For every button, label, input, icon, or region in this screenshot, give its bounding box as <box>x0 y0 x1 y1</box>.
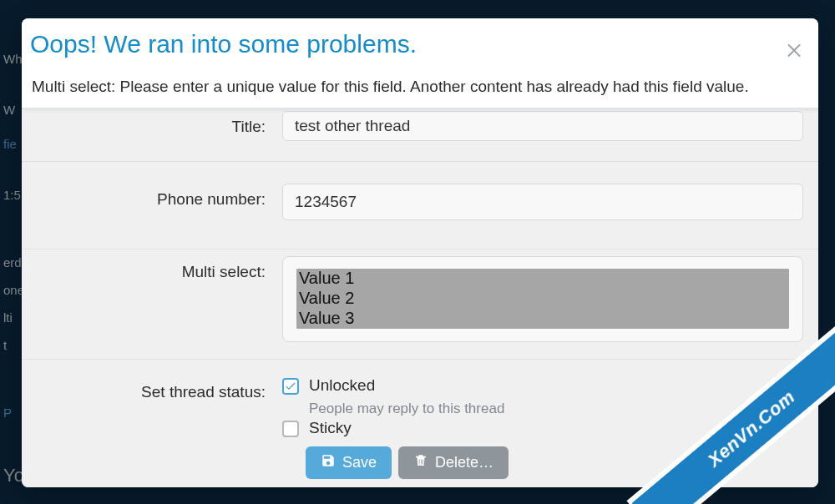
checkbox-icon <box>282 421 299 437</box>
modal-title: Oops! We ran into some problems. <box>22 18 818 67</box>
checkbox-unlocked[interactable]: Unlocked <box>282 376 803 395</box>
field-row-title: Title: <box>22 109 818 162</box>
check-icon <box>282 378 299 395</box>
phone-label: Phone number: <box>22 184 282 209</box>
title-input[interactable] <box>282 111 803 141</box>
checkbox-sticky[interactable]: Sticky <box>282 419 803 437</box>
unlocked-label: Unlocked <box>309 376 375 395</box>
close-icon[interactable] <box>782 37 807 62</box>
modal-header: Oops! We ran into some problems. Multi s… <box>22 18 818 109</box>
trash-icon <box>413 453 428 472</box>
sticky-label: Sticky <box>309 419 352 437</box>
delete-button-label: Delete… <box>435 454 493 471</box>
edit-thread-modal: Oops! We ran into some problems. Multi s… <box>22 18 818 487</box>
modal-footer: Save Delete… <box>22 438 818 487</box>
field-row-multiselect: Multi select: Value 1Value 2Value 3 <box>22 249 818 360</box>
multiselect-label: Multi select: <box>22 256 282 281</box>
multiselect-wrap: Value 1Value 2Value 3 <box>282 256 803 342</box>
field-row-phone: Phone number: <box>22 162 818 249</box>
phone-input[interactable] <box>282 184 803 220</box>
modal-body: Title: Phone number: Multi select: Value… <box>22 109 818 438</box>
error-message: Multi select: Please enter a unique valu… <box>22 67 818 108</box>
title-label: Title: <box>22 111 282 136</box>
field-row-status: Set thread status: Unlocked People may r… <box>22 360 818 438</box>
delete-button[interactable]: Delete… <box>398 446 509 479</box>
multiselect-input[interactable]: Value 1Value 2Value 3 <box>296 269 789 329</box>
status-label: Set thread status: <box>22 376 282 401</box>
unlocked-help: People may reply to this thread <box>309 400 803 419</box>
save-button[interactable]: Save <box>306 446 392 479</box>
save-icon <box>321 453 336 472</box>
save-button-label: Save <box>342 454 377 471</box>
